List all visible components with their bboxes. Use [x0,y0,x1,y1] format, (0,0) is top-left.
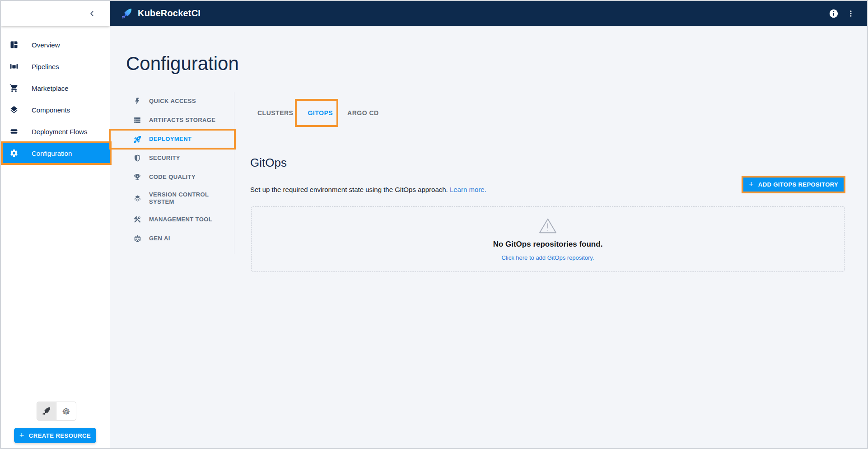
config-nav-management-tool[interactable]: MANAGEMENT TOOL [110,210,234,229]
sidebar-item-label: Overview [32,41,60,49]
tab-argo-cd[interactable]: ARGO CD [340,106,386,120]
config-nav-label: CODE QUALITY [149,173,196,181]
gitops-description-text: Set up the required environment state us… [250,186,448,193]
config-nav-code-quality[interactable]: CODE QUALITY [110,168,234,187]
config-nav-label: GEN AI [149,235,170,242]
gitops-empty-state: No GitOps repositories found. Click here… [251,206,845,272]
config-nav-label: ARTIFACTS STORAGE [149,117,215,124]
app-title: KubeRocketCI [138,8,201,19]
sidebar-collapse-header [1,1,110,26]
pipelines-icon [9,61,19,71]
gen-ai-icon [133,234,142,243]
kubernetes-wheel-icon: ☸ [62,407,70,416]
plus-icon: + [19,431,24,440]
shield-icon [133,154,142,163]
config-nav-label: DEPLOYMENT [149,136,191,143]
layers-icon [133,194,142,203]
plus-icon: + [749,180,754,188]
kubernetes-view-toggle[interactable]: ☸ [56,402,76,420]
view-toggle-group: ☸ [37,402,76,421]
create-resource-button[interactable]: + CREATE RESOURCE [14,428,96,443]
config-nav-security[interactable]: SECURITY [110,149,234,168]
config-nav-version-control-system[interactable]: VERSION CONTROL SYSTEM [110,187,234,210]
config-nav-deployment[interactable]: DEPLOYMENT [110,130,234,149]
config-nav-artifacts-storage[interactable]: ARTIFACTS STORAGE [110,111,234,130]
sidebar-item-label: Configuration [32,150,72,157]
app-window: KubeRocketCI Overview [0,0,868,449]
empty-state-add-link[interactable]: Click here to add GitOps repository. [502,254,594,261]
trophy-icon [133,173,142,182]
config-nav-label: QUICK ACCESS [149,98,196,105]
config-nav-label: SECURITY [149,154,180,162]
sidebar-item-label: Marketplace [32,84,69,92]
tools-icon [133,215,142,224]
add-gitops-repository-label: ADD GITOPS REPOSITORY [758,181,838,188]
sidebar-item-components[interactable]: Components [1,100,110,120]
config-nav-label: MANAGEMENT TOOL [149,216,212,223]
sidebar-item-marketplace[interactable]: Marketplace [1,78,110,98]
sidebar-item-configuration[interactable]: Configuration [1,143,110,163]
config-nav-label: VERSION CONTROL SYSTEM [149,191,217,206]
create-resource-label: CREATE RESOURCE [29,432,91,439]
deployment-flows-icon [9,126,19,136]
brand: KubeRocketCI [121,7,201,20]
info-icon[interactable] [828,8,839,19]
gitops-tabs: CLUSTERS GITOPS ARGO CD [250,106,386,120]
quill-rocket-icon [42,406,51,416]
marketplace-icon [9,83,19,93]
kuberocketci-logo-icon [121,7,133,20]
tab-clusters[interactable]: CLUSTERS [250,106,300,120]
learn-more-link[interactable]: Learn more. [450,186,486,193]
gear-icon [9,148,19,158]
chevron-left-icon[interactable] [89,10,95,17]
bolt-icon [133,97,142,106]
configuration-nav: QUICK ACCESS ARTIFACTS STORAGE DEPLOYMEN… [110,92,234,254]
sidebar: Overview Pipelines Marketplace [1,26,110,448]
add-gitops-repository-button[interactable]: + ADD GITOPS REPOSITORY [743,178,844,192]
sidebar-item-label: Deployment Flows [32,128,87,136]
annotation-add-gitops-repository: + ADD GITOPS REPOSITORY [742,176,845,193]
config-nav-gen-ai[interactable]: GEN AI [110,229,234,248]
rocket-icon [133,135,142,144]
tab-gitops[interactable]: GITOPS [300,106,340,120]
empty-state-title: No GitOps repositories found. [493,240,603,249]
sidebar-item-label: Pipelines [32,63,59,70]
page-title: Configuration [126,53,239,75]
storage-icon [133,116,142,125]
sidebar-item-deployment-flows[interactable]: Deployment Flows [1,122,110,141]
sidebar-item-overview[interactable]: Overview [1,35,110,55]
overview-icon [9,40,19,50]
top-app-bar: KubeRocketCI [110,1,867,26]
sidebar-item-label: Components [32,106,70,114]
gitops-description: Set up the required environment state us… [250,186,486,193]
config-nav-quick-access[interactable]: QUICK ACCESS [110,92,234,111]
sidebar-item-pipelines[interactable]: Pipelines [1,56,110,76]
sidebar-nav: Overview Pipelines Marketplace [1,26,110,163]
gitops-section-title: GitOps [250,156,287,170]
components-icon [9,105,19,115]
warning-triangle-icon [538,217,557,234]
kuberocketci-view-toggle[interactable] [37,402,56,420]
kebab-menu-icon[interactable] [845,8,856,19]
main-content: Configuration QUICK ACCESS ARTIFACTS STO… [110,26,867,448]
